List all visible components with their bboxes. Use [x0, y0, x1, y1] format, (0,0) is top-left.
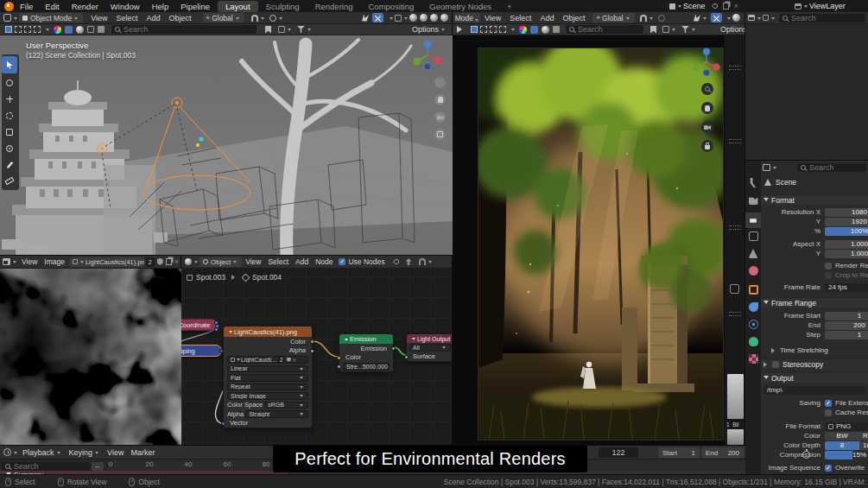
transform-orientation-dropdown[interactable]: ⌖Global — [592, 13, 634, 22]
alpha-output-socket[interactable] — [310, 349, 314, 353]
emission-node-header[interactable]: Emission — [339, 334, 393, 344]
file-extensions-checkbox[interactable]: ✓ — [825, 400, 832, 407]
shading-solid-icon[interactable] — [420, 14, 428, 22]
menu-select[interactable]: Select — [505, 14, 535, 22]
material-preview-icon[interactable] — [530, 26, 538, 34]
depth-8-segment[interactable]: 8 — [825, 441, 859, 450]
emission-node[interactable]: Emission Emission Color Stre...5000.000 — [339, 333, 394, 372]
mapping-node[interactable]: Mapping — [181, 345, 222, 357]
tool-select-box[interactable] — [2, 56, 17, 73]
timeline-search-input[interactable]: Search — [2, 462, 90, 471]
annotation-bookmark-icon[interactable] — [650, 26, 656, 34]
breadcrumb-shader[interactable]: Spot.004 — [252, 273, 282, 282]
tool-transform[interactable] — [2, 141, 17, 155]
strength-field[interactable]: Stre...5000.000 — [339, 362, 393, 371]
tab-texture[interactable] — [745, 354, 761, 364]
fake-user-shield-icon[interactable] — [157, 258, 163, 265]
expand-range-icon[interactable]: ↔ — [92, 462, 104, 471]
image-datablock-row[interactable]: LightCausti...2× — [224, 355, 312, 364]
tab-object-data[interactable] — [745, 337, 761, 346]
menu-add[interactable]: Add — [535, 14, 558, 22]
menu-select[interactable]: Select — [264, 257, 292, 266]
camera-view-icon[interactable] — [701, 121, 713, 133]
menu-edit[interactable]: Edit — [39, 2, 65, 11]
menu-image[interactable]: Image — [41, 257, 68, 266]
cache-result-checkbox[interactable] — [825, 409, 832, 416]
tool-rotate[interactable] — [2, 108, 17, 123]
select-mode-box-icon[interactable] — [480, 26, 487, 33]
resolution-x-field[interactable]: 1080 — [825, 208, 868, 217]
menu-help[interactable]: Help — [146, 2, 175, 11]
proportional-edit-icon[interactable] — [658, 15, 665, 22]
mode-dropdown[interactable]: Object Mode — [454, 13, 480, 22]
gizmo-toggle-icon[interactable] — [278, 26, 285, 33]
tab-modifiers[interactable] — [745, 302, 761, 312]
current-frame-field[interactable]: 122 — [599, 447, 638, 458]
color-output-socket[interactable] — [310, 339, 314, 344]
menu-keying[interactable]: Keying — [66, 448, 105, 457]
workspace-tab-sculpting[interactable]: Sculpting — [258, 1, 307, 12]
overlays-icon[interactable] — [395, 15, 402, 22]
extension-select[interactable]: Repeat — [224, 383, 312, 392]
zoom-icon[interactable] — [434, 77, 446, 88]
panel-time-stretching[interactable]: Time Stretching — [769, 345, 828, 355]
options-dropdown[interactable]: Options — [412, 25, 447, 34]
select-mode-tweak-icon[interactable] — [5, 26, 12, 33]
menu-view[interactable]: View — [104, 448, 127, 457]
resolution-percent-slider[interactable]: 100% — [825, 227, 868, 236]
select-mode-circle-icon[interactable] — [24, 26, 31, 33]
mask-icon[interactable] — [553, 26, 560, 33]
properties-editor-icon[interactable] — [763, 164, 770, 171]
outliner-search-input[interactable]: Search — [779, 14, 865, 22]
shader-type-dropdown[interactable]: Object — [200, 257, 242, 267]
image-datablock-selector[interactable]: LightCaustics(41).png — [70, 257, 144, 267]
tab-tool[interactable] — [745, 178, 761, 187]
viewport-3d-canvas[interactable]: User Perspective (122) Scene Collection … — [0, 35, 453, 255]
gizmo-toggle-icon[interactable] — [662, 26, 669, 33]
options-dropdown[interactable]: Options — [720, 25, 745, 34]
navigation-gizmo[interactable] — [691, 47, 722, 78]
view-layer-selector[interactable]: ViewLayer — [795, 1, 846, 11]
tab-render[interactable] — [745, 195, 761, 205]
tool-annotate[interactable] — [2, 157, 17, 172]
tool-cursor[interactable] — [2, 75, 17, 90]
menu-object[interactable]: Object — [165, 14, 196, 22]
tool-measure[interactable] — [2, 174, 17, 188]
caustics-image-view[interactable] — [0, 269, 181, 446]
workspace-tab-compositing[interactable]: Compositing — [360, 1, 421, 12]
menu-object[interactable]: Object — [558, 14, 589, 22]
unlink-icon[interactable]: × — [174, 257, 179, 266]
texture-paint-icon[interactable] — [87, 26, 94, 33]
display-mode-icon[interactable] — [748, 15, 755, 21]
xray-toggle-icon[interactable] — [372, 13, 383, 22]
frame-start-field[interactable]: 1 — [825, 312, 868, 320]
select-mode-box-icon[interactable] — [15, 26, 22, 33]
image-texture-node[interactable]: LightCaustics(41).png Color Alpha LightC… — [223, 326, 313, 428]
eyedropper-icon[interactable] — [694, 15, 700, 22]
tab-scene[interactable] — [745, 249, 761, 258]
color-wheel-icon[interactable] — [54, 26, 61, 34]
timeline-editor-icon[interactable] — [3, 448, 11, 456]
menu-file[interactable]: File — [14, 2, 39, 11]
zoom-icon[interactable] — [701, 83, 713, 95]
select-mode-lasso-icon[interactable] — [499, 26, 506, 33]
alpha-mode-row[interactable]: AlphaStraight — [224, 409, 312, 419]
tab-view-layer[interactable] — [745, 231, 761, 241]
workspace-tab-geometry-nodes[interactable]: Geometry Nodes — [421, 1, 499, 12]
tool-move[interactable] — [2, 92, 17, 106]
mode-dropdown[interactable]: Object Mode — [19, 13, 83, 22]
tab-world[interactable] — [745, 266, 761, 276]
workspace-tab-layout[interactable]: Layout — [218, 1, 258, 12]
panel-frame-range[interactable]: Frame Range — [761, 297, 868, 307]
world-sphere-icon[interactable] — [76, 26, 84, 34]
file-format-dropdown[interactable]: PNG — [825, 422, 868, 431]
use-nodes-checkbox[interactable]: ✓ — [339, 258, 345, 265]
select-mode-circle-icon[interactable] — [490, 26, 497, 33]
snap-magnet-icon[interactable] — [251, 15, 258, 22]
render-region-checkbox[interactable] — [825, 263, 832, 269]
color-wheel-icon[interactable] — [519, 26, 527, 34]
perspective-toggle-icon[interactable] — [434, 129, 446, 140]
frame-rate-dropdown[interactable]: 24 fps — [825, 283, 868, 292]
crop-checkbox[interactable] — [825, 272, 832, 279]
output-path-field[interactable]: /tmp\ — [763, 386, 865, 395]
